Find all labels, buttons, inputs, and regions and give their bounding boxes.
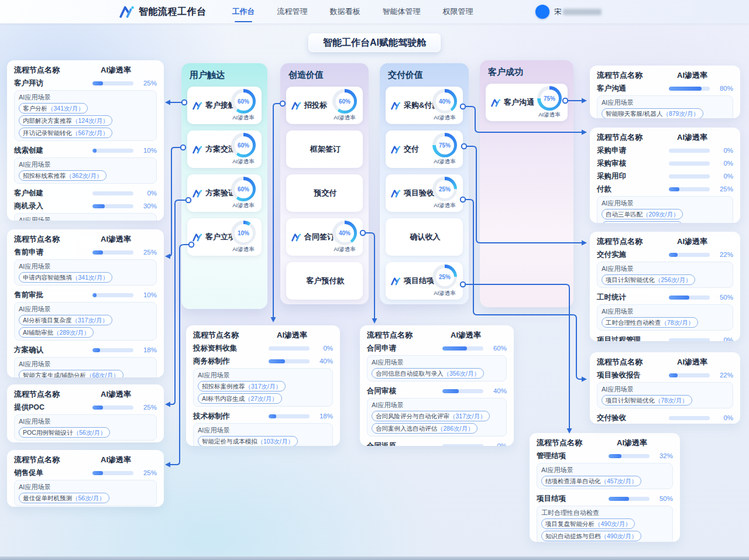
scenario-tag-label: AI分析项目复杂度	[23, 317, 71, 324]
scenario-tag[interactable]: 智能聊天客服/机器人（879次/月）	[602, 108, 703, 118]
penetration-value: 10%	[133, 147, 157, 154]
penetration-bar	[442, 444, 483, 446]
column-header-ai-rate: AI渗透率	[101, 234, 131, 245]
penetration-value: 30%	[133, 202, 157, 209]
stage-card[interactable]: 项目结项25%AI渗透率	[386, 262, 463, 300]
scenario-tag-count: （286次/月）	[437, 425, 473, 432]
penetration-bar-fill	[92, 149, 97, 153]
stage-card[interactable]: 客户预付款	[286, 262, 363, 300]
scenario-tag[interactable]: POC用例智能设计（56次/月）	[19, 427, 110, 438]
scenario-tag[interactable]: 招投标线索推荐（362次/月）	[19, 170, 106, 181]
gauge-value: 75%	[541, 90, 559, 108]
stage-card[interactable]: 方案验证60%AI渗透率	[187, 174, 262, 212]
user-box[interactable]: 宋	[535, 5, 602, 19]
panel-project-closing: 流程节点名称AI渗透率管理结项32%AI应用场景结项检查清单自动化（457次/月…	[530, 433, 680, 542]
panel-header: 流程节点名称AI渗透率	[597, 132, 733, 143]
stage-card[interactable]: 招投标60%AI渗透率	[286, 87, 363, 124]
scenario-tag[interactable]: AI标书内容生成（27次/月）	[198, 393, 282, 404]
scenario-tag-count: （103次/月）	[257, 438, 294, 445]
ai-logo-icon	[391, 277, 401, 286]
scenario-tag[interactable]: 自动三单匹配（209次/月）	[602, 209, 683, 219]
column-header-ai-rate: AI渗透率	[677, 236, 707, 247]
stage-card[interactable]: 合同签订40%AI渗透率	[286, 218, 363, 256]
ai-logo-icon	[391, 189, 401, 198]
scenario-tag[interactable]: 智能方案生成/辅助分析（68次/月）	[19, 370, 123, 377]
scenario-tag[interactable]: 结项检查清单自动化（457次/月）	[541, 476, 641, 486]
stage-card[interactable]: 客户立项10%AI渗透率	[187, 218, 262, 256]
penetration-gauge: 10%AI渗透率	[229, 221, 258, 253]
stage-column-user-reach: 用户触达客户接触60%AI渗透率方案交流60%AI渗透率方案验证60%AI渗透率…	[181, 63, 267, 309]
scenario-tag-label: 智能方案生成/辅助分析	[23, 372, 86, 377]
nav-item-1[interactable]: 工作台	[231, 0, 256, 23]
scenario-tag[interactable]: 合同信息自动提取与录入（356次/月）	[372, 368, 484, 379]
avatar[interactable]	[535, 5, 549, 19]
scenario-tag[interactable]: 申请内容智能预填（341次/月）	[19, 272, 112, 283]
scenario-box-label: AI应用场景	[19, 417, 152, 426]
nav-item-4[interactable]: 智能体管理	[382, 0, 422, 23]
process-node-name: 采购申请	[597, 146, 669, 156]
stage-card-left: 客户接触	[193, 100, 229, 111]
penetration-bar	[669, 296, 710, 300]
stage-card[interactable]: 方案交流60%AI渗透率	[187, 130, 262, 168]
scenario-tag[interactable]: 合同案例入选自动评估（286次/月）	[372, 423, 477, 434]
penetration-value: 0%	[710, 173, 733, 180]
scenario-tag[interactable]: 知识自动提炼与归档（490次/月）	[541, 531, 641, 541]
scenario-tag[interactable]: 合同风险评分与自动化评审（317次/月）	[372, 411, 490, 421]
panel-header: 流程节点名称AI渗透率	[597, 357, 733, 367]
stage-card[interactable]: 客户沟通75%AI渗透率	[486, 84, 568, 121]
gauge-value: 40%	[336, 224, 354, 242]
scenario-tag[interactable]: AI辅助审批（289次/月）	[19, 327, 94, 338]
penetration-bar	[269, 359, 310, 363]
penetration-bar-fill	[92, 406, 103, 410]
scenario-tag[interactable]: 项目计划智能优化（256次/月）	[602, 274, 695, 285]
scenario-tag[interactable]: 拜访记录智能转化（567次/月）	[19, 128, 112, 138]
process-node-row: 合同申请60%	[367, 342, 507, 355]
stage-card-left: 交付	[391, 144, 419, 154]
scenario-tag[interactable]: AI分析项目复杂度（317次/月）	[19, 315, 112, 325]
nav-item-3[interactable]: 数据看板	[329, 0, 362, 23]
scenario-tag-count: （27次/月）	[245, 395, 278, 402]
penetration-value: 10%	[133, 291, 157, 298]
penetration-bar-fill	[669, 253, 678, 257]
scenario-tag-count: （341次/月）	[47, 105, 84, 112]
penetration-bar-fill	[92, 204, 105, 208]
scenario-tag[interactable]: 客户分析（341次/月）	[19, 103, 88, 114]
penetration-value: 22%	[710, 372, 733, 379]
scenario-tag[interactable]: 最佳促单时机预测（56次/月）	[19, 493, 109, 503]
stage-card-name: 确认收入	[410, 232, 441, 242]
stage-card[interactable]: 确认收入	[386, 218, 463, 256]
gauge-label: AI渗透率	[434, 290, 455, 297]
scenario-tag-label: 申请内容智能预填	[23, 274, 72, 281]
scenario-tag[interactable]: 项目计划智能优化（78次/月）	[602, 395, 692, 406]
panel-header: 流程节点名称AI渗透率	[14, 65, 157, 75]
penetration-gauge: 60%AI渗透率	[229, 89, 258, 122]
scenario-box: AI应用场景智能方案生成/辅助分析（68次/月）	[14, 357, 157, 377]
penetration-value: 25%	[133, 80, 157, 87]
nav-item-5[interactable]: 权限管理	[442, 0, 475, 23]
user-name-redacted	[563, 9, 602, 15]
scenario-tag-count: （78次/月）	[655, 397, 688, 404]
scenario-tag-label: 合同风险评分与自动化评审	[376, 413, 449, 420]
scenario-tag[interactable]: 工时合理性自动检查（78次/月）	[602, 317, 698, 328]
scenario-tag[interactable]: 招投标案例推荐（317次/月）	[198, 381, 286, 391]
scenario-tags: 项目计划智能优化（78次/月）	[602, 395, 729, 406]
stage-card[interactable]: 预交付	[286, 174, 363, 212]
stage-card[interactable]: 交付75%AI渗透率	[386, 130, 463, 168]
panel-acceptance: 流程节点名称AI渗透率项目验收报告22%AI应用场景项目计划智能优化（78次/月…	[590, 352, 740, 424]
penetration-value: 25%	[710, 185, 733, 193]
stage-card[interactable]: 项目验收25%AI渗透率	[386, 174, 463, 212]
scenario-tag-count: （124次/月）	[72, 117, 108, 124]
scenario-tag[interactable]: 内部解决方案推荐（124次/月）	[19, 115, 112, 126]
stage-card[interactable]: 客户接触60%AI渗透率	[187, 87, 262, 124]
gauge-ring: 60%	[332, 89, 357, 114]
scenario-tag[interactable]: 项目复盘智能分析（490次/月）	[541, 518, 635, 529]
scenario-tag[interactable]: 付款风险审核（368次/月）	[602, 221, 683, 223]
stage-card[interactable]: 采购&付款40%AI渗透率	[386, 87, 463, 124]
process-node-name: 客户沟通	[597, 84, 669, 94]
panel-header: 流程节点名称AI渗透率	[14, 455, 157, 465]
stage-card[interactable]: 框架签订	[286, 130, 363, 168]
nav-item-2[interactable]: 流程管理	[276, 0, 309, 23]
penetration-bar-fill	[442, 389, 459, 393]
scenario-tag[interactable]: 智能定价与成本模拟（103次/月）	[198, 436, 298, 446]
scenario-tag-label: 自动三单匹配	[606, 211, 643, 218]
